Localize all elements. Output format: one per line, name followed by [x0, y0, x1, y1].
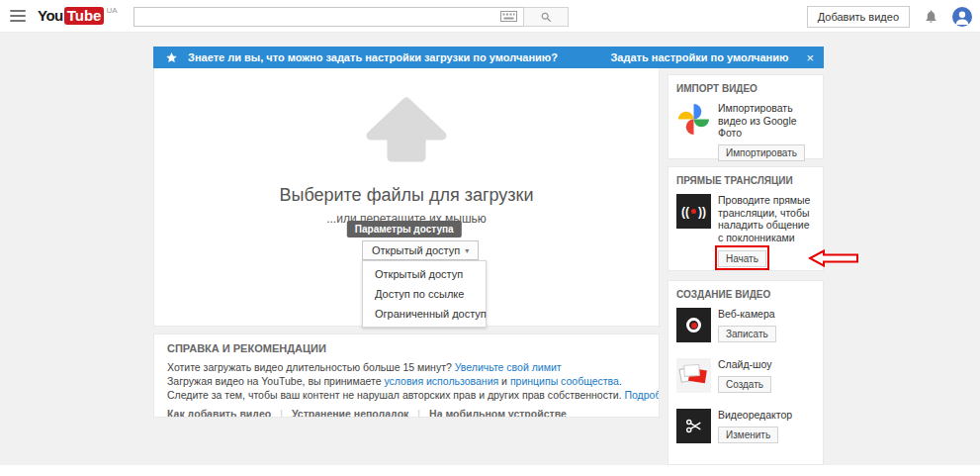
logo-country-code: UA — [106, 6, 117, 15]
learn-more-link[interactable]: Подробнее... — [624, 389, 660, 401]
import-video-text: Импортировать видео из Google Фото — [718, 102, 815, 140]
search-button[interactable] — [523, 7, 569, 27]
notifications-bell-icon[interactable] — [924, 9, 938, 24]
privacy-option-unlisted[interactable]: Доступ по ссылке — [363, 284, 486, 304]
live-streams-title: ПРЯМЫЕ ТРАНСЛЯЦИИ — [676, 175, 815, 186]
add-video-button[interactable]: Добавить видео — [807, 6, 910, 28]
video-creation-title: СОЗДАНИЕ ВИДЕО — [676, 289, 815, 300]
search-input[interactable] — [134, 7, 523, 27]
import-video-title: ИМПОРТ ВИДЕО — [676, 83, 815, 94]
help-line-terms: Загружая видео на YouTube, вы принимаете… — [167, 374, 646, 388]
help-footer-links: Как добавить видео | Устранение неполадо… — [167, 408, 646, 418]
help-line-copyright-text: Следите за тем, чтобы ваш контент не нар… — [167, 389, 624, 401]
help-line-terms-text3: . — [619, 375, 622, 387]
star-icon — [165, 51, 178, 64]
edit-video-button[interactable]: Изменить — [718, 427, 778, 443]
slideshow-row: Слайд-шоу Создать — [676, 358, 815, 393]
help-card: СПРАВКА И РЕКОМЕНДАЦИИ Хотите загружать … — [153, 333, 660, 418]
record-button[interactable]: Записать — [718, 326, 776, 342]
search-bar — [134, 7, 569, 27]
privacy-selected-label: Открытый доступ — [372, 244, 460, 256]
divider: | — [280, 408, 283, 418]
privacy-dropdown-button[interactable]: Открытый доступ ▾ — [362, 240, 479, 260]
webcam-label: Веб-камера — [718, 308, 776, 321]
privacy-option-public[interactable]: Открытый доступ — [363, 264, 486, 284]
import-button[interactable]: Импортировать — [718, 144, 805, 161]
upload-defaults-banner: Знаете ли вы, что можно задать настройки… — [153, 47, 824, 68]
help-line-limit-text: Хотите загружать видео длительностью бол… — [167, 361, 455, 373]
avatar[interactable] — [952, 7, 972, 27]
create-slideshow-button[interactable]: Создать — [718, 376, 771, 393]
slideshow-label: Слайд-шоу — [718, 358, 771, 371]
set-defaults-link[interactable]: Задать настройки по умолчанию — [610, 51, 788, 63]
close-icon[interactable]: × — [806, 51, 814, 64]
start-live-button[interactable]: Начать — [718, 250, 766, 267]
video-creation-card: СОЗДАНИЕ ВИДЕО Веб-камера Записать Слайд… — [668, 280, 824, 465]
scissors-icon — [676, 409, 711, 443]
live-broadcast-icon: (()) — [676, 194, 711, 229]
banner-text: Знаете ли вы, что можно задать настройки… — [188, 51, 558, 63]
privacy-tooltip: Параметры доступа — [347, 221, 462, 238]
youtube-logo[interactable]: You Tube UA — [38, 7, 118, 25]
header-actions: Добавить видео — [807, 0, 972, 33]
upload-arrow-icon[interactable] — [361, 94, 452, 169]
chevron-down-icon: ▾ — [465, 246, 469, 255]
community-guidelines-link[interactable]: принципы сообщества — [510, 375, 619, 387]
divider: | — [417, 408, 420, 418]
slideshow-icon — [676, 358, 711, 393]
mobile-device-link[interactable]: На мобильном устройстве — [429, 408, 567, 418]
troubleshooting-link[interactable]: Устранение неполадок — [292, 408, 408, 418]
how-to-add-video-link[interactable]: Как добавить видео — [167, 408, 271, 418]
upload-title: Выберите файлы для загрузки — [154, 185, 659, 206]
webcam-row: Веб-камера Записать — [676, 308, 815, 342]
hamburger-menu-icon[interactable] — [10, 7, 26, 25]
logo-tube-text: Tube — [64, 7, 105, 25]
terms-of-use-link[interactable]: условия использования — [384, 375, 498, 387]
video-editor-row: Видеоредактор Изменить — [676, 409, 815, 443]
search-icon — [540, 11, 553, 24]
help-line-limit: Хотите загружать видео длительностью бол… — [167, 360, 646, 374]
privacy-dropdown-menu: Открытый доступ Доступ по ссылке Огранич… — [362, 260, 487, 328]
help-title: СПРАВКА И РЕКОМЕНДАЦИИ — [167, 342, 646, 354]
increase-limit-link[interactable]: Увеличьте свой лимит — [455, 361, 562, 373]
google-photos-icon — [676, 102, 711, 137]
live-streams-text: Проводите прямые трансляции, чтобы налад… — [718, 194, 815, 243]
privacy-option-private[interactable]: Ограниченный доступ — [363, 304, 486, 324]
annotation-arrow-icon — [808, 249, 859, 267]
video-editor-label: Видеоредактор — [718, 409, 792, 422]
help-line-copyright: Следите за тем, чтобы ваш контент не нар… — [167, 388, 646, 402]
live-streams-card: ПРЯМЫЕ ТРАНСЛЯЦИИ (()) Проводите прямые … — [668, 166, 824, 271]
keyboard-icon[interactable] — [500, 11, 517, 22]
import-video-card: ИМПОРТ ВИДЕО Импортировать видео из Goog… — [668, 74, 824, 159]
help-line-terms-text1: Загружая видео на YouTube, вы принимаете — [167, 375, 384, 387]
header: You Tube UA Добавить видео — [0, 0, 980, 33]
help-line-terms-text2: и — [498, 375, 510, 387]
youtube-upload-page: You Tube UA Добавить видео — [0, 0, 980, 476]
webcam-icon — [676, 308, 711, 342]
upload-card[interactable]: Выберите файлы для загрузки ...или перет… — [153, 68, 660, 327]
logo-you-text: You — [38, 7, 63, 25]
